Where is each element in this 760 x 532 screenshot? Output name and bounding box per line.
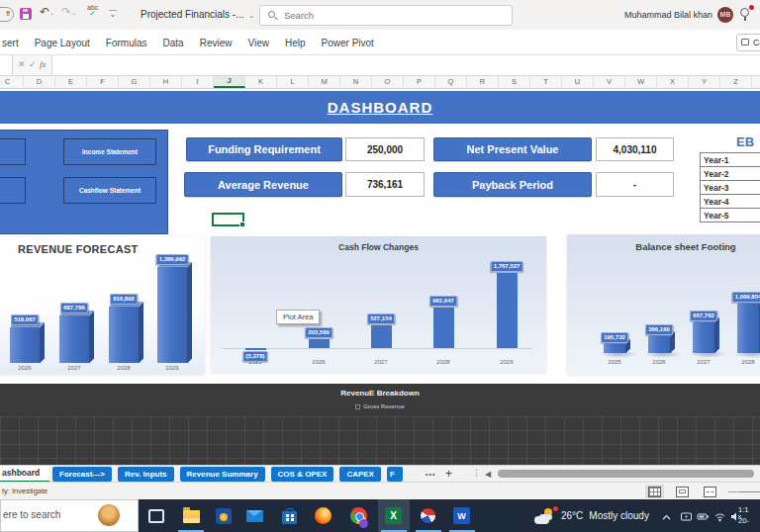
column-header-P[interactable]: P [404,76,435,88]
ribbon-tab-formulas[interactable]: Formulas [98,38,155,48]
column-header-V[interactable]: V [594,76,625,88]
avatar[interactable]: MB [717,7,733,23]
task-view-icon[interactable] [148,509,164,523]
column-header-O[interactable]: O [372,76,404,88]
save-icon[interactable] [20,8,32,20]
network-tray-icon[interactable] [713,509,726,527]
ribbon-tab-review[interactable]: Review [192,38,240,48]
zoom-slider[interactable] [738,491,760,492]
medal-app-icon[interactable] [216,508,232,524]
comments-label: Com [753,38,760,47]
sheet-tab-capex[interactable]: CAPEX [339,467,381,482]
swirl-app-icon[interactable] [420,507,436,524]
taskbar-clock[interactable]: 1:120- [738,504,760,528]
column-header-T[interactable]: T [530,76,562,88]
nav-button-ion[interactable]: ion [0,138,26,165]
kpi-funding-requirement-button[interactable]: Funding Requirement [186,137,342,161]
column-header-N[interactable]: N [340,76,372,88]
column-header-R[interactable]: R [467,76,499,88]
file-name[interactable]: Projected Financials -...⌄ [141,9,254,20]
scroll-left-icon[interactable]: ◀ [485,470,491,479]
column-header-M[interactable]: M [309,76,340,88]
column-header-X[interactable]: X [657,76,689,88]
balance-sheet-footing-chart[interactable]: Balance sheet Footing 195,7322025366,160… [567,234,760,374]
column-header-Y[interactable]: Y [689,76,720,88]
battery-tray-icon[interactable] [697,509,710,527]
store-icon[interactable] [282,511,297,524]
column-header-J[interactable]: J [214,76,245,88]
kpi-payback-period-button[interactable]: Payback Period [433,172,592,197]
spell-check-icon[interactable]: abc✓ [87,5,98,17]
insert-function-icon[interactable]: fx [40,59,47,69]
redo-button[interactable]: ↷⌄ [61,5,76,19]
notification-icon[interactable] [740,8,749,17]
selected-cell[interactable] [212,213,244,226]
nav-button-cashflow-statement[interactable]: Cashflow Statement [63,177,156,204]
kpi-net-present-value-button[interactable]: Net Present Value [433,137,592,161]
column-header-C[interactable]: C [0,76,24,88]
display-tray-icon[interactable] [680,509,693,527]
autosave-toggle[interactable]: ff [0,7,14,22]
zoom-out-button[interactable]: — [728,487,737,496]
ribbon-tab-page-layout[interactable]: Page Layout [27,38,98,48]
search-lion-icon[interactable] [98,504,120,526]
name-box[interactable] [0,55,13,75]
undo-button[interactable]: ↶⌄ [40,5,54,19]
new-sheet-button[interactable]: + [445,467,452,481]
more-sheets-icon[interactable]: ••• [426,471,435,478]
column-header-W[interactable]: W [625,76,657,88]
sheet-tab-rev-inputs[interactable]: Rev. Inputs [118,467,174,482]
nav-button-1[interactable] [0,177,26,204]
revenue-breakdown-chart[interactable]: RevenuE Breakdown Gross Revenue [0,384,760,465]
page-layout-view-button[interactable] [673,485,692,498]
excel-icon[interactable] [385,507,402,524]
file-explorer-icon[interactable] [183,510,200,523]
ribbon-tab-power-pivot[interactable]: Power Pivot [314,38,382,48]
column-header-S[interactable]: S [499,76,530,88]
revenue-forecast-chart[interactable]: REVENUE FORECAST 518,6672026687,78620278… [0,236,205,374]
cancel-icon[interactable]: ✕ [18,59,26,69]
axis-tick-label: 2028 [117,365,130,371]
cash-flow-changes-chart[interactable]: Cash Flow Changes (5,378)2025203,5602026… [211,236,546,372]
sheet-area[interactable]: DASHBOARD ionIncome StatementCashflow St… [0,89,760,384]
column-header-I[interactable]: I [182,76,214,88]
quick-access-customize-icon[interactable]: —⌄ [109,7,117,17]
sheet-tab-cos-opex[interactable]: COS & OPEX [271,467,334,482]
sheet-tab-revenue-summary[interactable]: Revenue Summary [180,467,265,482]
nav-button-income-statement[interactable]: Income Statement [63,138,156,165]
sheet-tab-forecast-[interactable]: Forecast---> [52,467,112,482]
ribbon-tab-sert[interactable]: sert [0,38,27,48]
sheet-tab-dashboard[interactable]: ashboard [0,466,49,483]
normal-view-button[interactable] [645,485,664,498]
mail-icon[interactable] [246,510,263,522]
show-hidden-icons[interactable] [661,509,672,527]
column-header-Z[interactable]: Z [720,76,752,88]
column-header-F[interactable]: F [87,76,119,88]
comments-button[interactable]: Com [736,34,760,51]
column-header-D[interactable]: D [24,76,55,88]
firefox-icon[interactable] [315,507,332,524]
page-break-view-button[interactable] [701,485,719,498]
column-header-L[interactable]: L [277,76,309,88]
column-header-G[interactable]: G [119,76,150,88]
accessibility-status[interactable]: ty: Investigate [2,487,48,495]
enter-icon[interactable]: ✓ [29,59,37,69]
word-icon[interactable] [453,507,470,524]
column-header-E[interactable]: E [55,76,87,88]
weather-text[interactable]: 26°CMostly cloudy [561,510,649,521]
horizontal-scrollbar[interactable] [498,470,754,478]
column-header-Q[interactable]: Q [435,76,467,88]
search-input[interactable]: Search [259,5,513,26]
file-name-label: Projected Financials -... [141,9,244,20]
kpi-average-revenue-button[interactable]: Average Revenue [184,172,342,197]
column-header-K[interactable]: K [245,76,277,88]
column-header-H[interactable]: H [150,76,182,88]
ribbon-tab-help[interactable]: Help [277,38,314,48]
formula-input[interactable] [51,55,760,75]
ribbon-tab-data[interactable]: Data [155,38,192,48]
column-header-U[interactable]: U [562,76,594,88]
weather-icon[interactable] [534,508,556,524]
sheet-tab-f[interactable]: F [387,467,403,482]
tab-splitter-icon[interactable]: ⋮ [472,468,481,478]
ribbon-tab-view[interactable]: View [239,38,277,48]
